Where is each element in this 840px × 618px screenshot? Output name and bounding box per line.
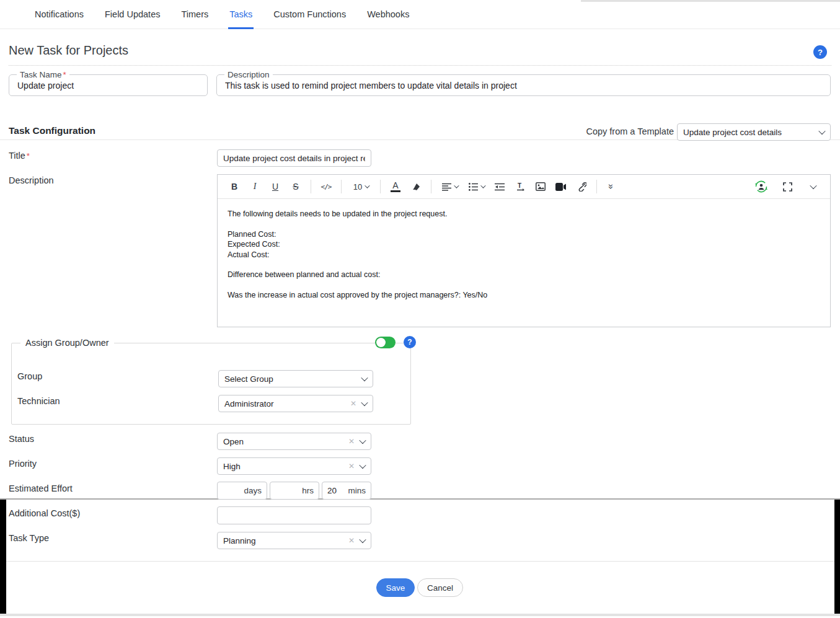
tab-notifications[interactable]: Notifications	[33, 0, 85, 29]
chevron-down-icon	[454, 183, 459, 188]
effort-mins-value: 20	[327, 486, 348, 495]
editor-line: Was the increase in actual cost approved…	[228, 290, 820, 301]
indent-first-line-icon[interactable]: T	[512, 179, 528, 195]
task-type-select[interactable]: Planning ✕	[217, 532, 371, 549]
technician-select-value: Administrator	[224, 399, 350, 408]
window-bottom-edge	[0, 498, 840, 500]
collaborator-icon[interactable]	[753, 179, 769, 195]
insert-link-icon[interactable]	[573, 179, 590, 195]
strikethrough-icon[interactable]: S	[288, 179, 304, 195]
rich-text-editor: B I U S </> 10 A	[217, 174, 831, 327]
assign-help-icon[interactable]: ?	[404, 336, 416, 348]
tab-tasks[interactable]: Tasks	[228, 0, 254, 29]
chevron-down-icon	[359, 437, 366, 444]
code-icon[interactable]: </>	[318, 179, 334, 195]
clear-icon[interactable]: ✕	[348, 536, 355, 545]
editor-line: Difference between planned and actual co…	[228, 270, 820, 280]
collapse-toolbar-icon[interactable]	[805, 179, 821, 195]
tab-timers[interactable]: Timers	[180, 0, 210, 29]
technician-select[interactable]: Administrator ✕	[218, 395, 373, 412]
new-task-page: Notifications Field Updates Timers Tasks…	[0, 0, 840, 618]
group-label: Group	[17, 371, 42, 381]
chevron-down-icon	[359, 462, 366, 469]
insert-video-icon[interactable]	[553, 179, 569, 195]
group-select[interactable]: Select Group	[218, 370, 373, 387]
tab-bar: Notifications Field Updates Timers Tasks…	[0, 0, 840, 29]
assign-group-owner-toggle[interactable]	[375, 337, 396, 348]
left-black-bar	[0, 500, 6, 614]
task-name-label: Task Name*	[17, 70, 69, 79]
status-select-value: Open	[223, 437, 348, 446]
editor-toolbar-right	[753, 179, 821, 195]
bottom-gray-band	[0, 614, 840, 616]
chevron-down-icon	[480, 183, 485, 188]
save-button[interactable]: Save	[376, 578, 415, 597]
task-name-input[interactable]: Update project	[17, 81, 201, 90]
effort-hrs-suffix: hrs	[302, 486, 314, 495]
title-label: Title*	[9, 151, 30, 161]
cancel-button[interactable]: Cancel	[417, 578, 463, 597]
task-type-select-value: Planning	[223, 536, 348, 545]
status-select[interactable]: Open ✕	[217, 433, 371, 450]
effort-mins-suffix: mins	[348, 486, 366, 495]
toolbar-divider	[596, 180, 597, 193]
editor-line: Expected Cost:	[228, 239, 820, 250]
tab-field-updates[interactable]: Field Updates	[104, 0, 161, 29]
font-size-select[interactable]: 10	[348, 179, 373, 195]
tab-webhooks[interactable]: Webhooks	[366, 0, 410, 29]
chevron-down-icon	[365, 183, 369, 188]
effort-hrs-input[interactable]: hrs	[270, 482, 319, 500]
highlight-icon[interactable]	[408, 179, 424, 195]
status-label: Status	[9, 434, 34, 444]
editor-toolbar: B I U S </> 10 A	[218, 175, 830, 199]
title-input[interactable]: Update project cost details in project r…	[217, 149, 371, 167]
clear-icon[interactable]: ✕	[348, 462, 355, 470]
task-name-field[interactable]: Task Name* Update project	[9, 70, 208, 96]
editor-line: Planned Cost:	[228, 229, 820, 240]
effort-days-input[interactable]: days	[217, 482, 267, 500]
help-icon[interactable]: ?	[813, 45, 827, 59]
group-select-value: Select Group	[224, 374, 362, 384]
copy-from-template-label: Copy from a Template	[586, 126, 674, 136]
chevron-down-icon	[810, 182, 816, 189]
editor-blank-line	[228, 280, 820, 290]
priority-select[interactable]: High ✕	[217, 457, 371, 475]
editor-blank-line	[228, 260, 820, 270]
effort-mins-input[interactable]: 20 mins	[322, 482, 371, 500]
text-color-icon[interactable]: A	[387, 179, 404, 195]
toolbar-divider	[380, 180, 381, 193]
clear-icon[interactable]: ✕	[350, 399, 356, 408]
toolbar-divider	[431, 180, 431, 193]
title-divider	[9, 65, 831, 66]
priority-select-value: High	[223, 462, 348, 471]
underline-icon[interactable]: U	[267, 179, 283, 195]
title-input-value: Update project cost details in project r…	[223, 154, 365, 163]
insert-image-icon[interactable]	[533, 179, 549, 195]
task-description-field[interactable]: Description This task is used to remind …	[216, 70, 831, 96]
more-options-icon[interactable]: »	[604, 179, 620, 195]
italic-icon[interactable]: I	[247, 179, 263, 195]
additional-cost-label: Additional Cost($)	[9, 508, 80, 518]
align-icon[interactable]	[438, 179, 461, 195]
chevron-down-icon	[361, 374, 368, 381]
clear-icon[interactable]: ✕	[348, 437, 355, 446]
toolbar-divider	[311, 180, 311, 193]
bold-icon[interactable]: B	[226, 179, 242, 195]
description-label: Description	[9, 175, 54, 185]
list-icon[interactable]	[465, 179, 487, 195]
fullscreen-icon[interactable]	[779, 179, 795, 195]
footer-divider	[4, 561, 837, 562]
task-configuration-heading: Task Configuration	[9, 125, 95, 136]
right-black-bar	[834, 500, 840, 614]
task-type-label: Task Type	[9, 533, 49, 543]
chevron-down-icon	[818, 128, 825, 135]
task-description-input[interactable]: This task is used to remind project memb…	[225, 81, 824, 90]
template-select[interactable]: Update project cost details	[677, 123, 831, 141]
priority-label: Priority	[9, 459, 37, 469]
outdent-icon[interactable]	[492, 179, 508, 195]
additional-cost-input[interactable]	[217, 506, 371, 524]
tab-custom-functions[interactable]: Custom Functions	[272, 0, 347, 29]
editor-content[interactable]: The following details needs to be update…	[218, 199, 830, 327]
technician-label: Technician	[17, 396, 60, 406]
template-select-value: Update project cost details	[683, 128, 820, 137]
